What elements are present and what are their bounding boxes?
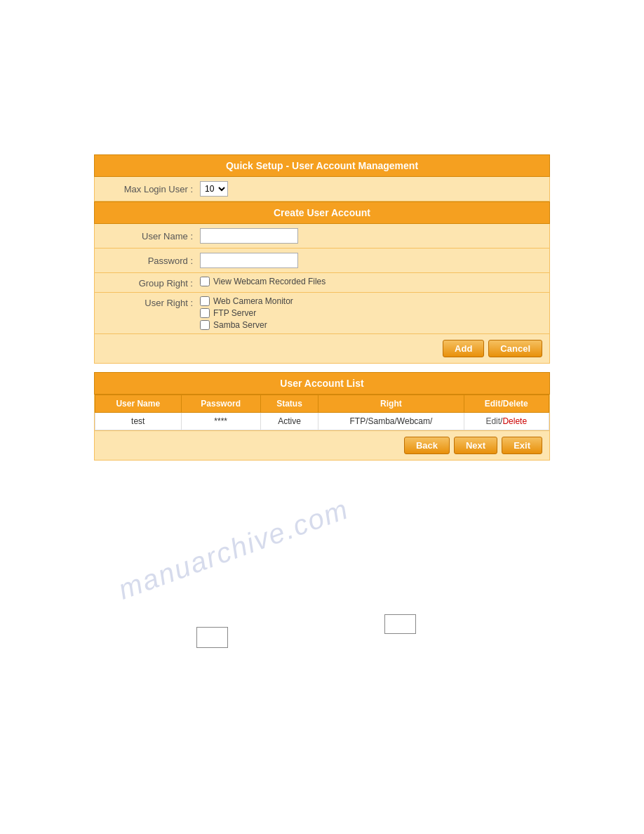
user-account-table-wrapper: User Name Password Status Right Edit/Del… [94,395,550,431]
cell-right: FTP/Samba/Webcam/ [318,413,464,430]
max-login-row: Max Login User : 1 2 5 10 20 [94,177,550,201]
group-right-row: Group Right : View Webcam Recorded Files [94,273,550,293]
table-row: test **** Active FTP/Samba/Webcam/ Edit/… [95,413,549,430]
group-right-options: View Webcam Recorded Files [200,277,326,286]
password-input[interactable] [200,253,298,268]
table-header-row: User Name Password Status Right Edit/Del… [95,395,549,413]
password-label: Password : [102,256,193,266]
next-button[interactable]: Next [454,437,497,454]
float-rect-2 [384,614,416,634]
user-right-option-3[interactable]: Samba Server [200,320,293,330]
float-rect-1 [196,627,228,648]
col-edit-delete: Edit/Delete [464,395,549,413]
group-right-option-label-1: View Webcam Recorded Files [213,277,326,286]
exit-button[interactable]: Exit [502,437,542,454]
user-right-option-2[interactable]: FTP Server [200,308,293,318]
add-button[interactable]: Add [443,340,484,357]
user-account-table: User Name Password Status Right Edit/Del… [95,395,549,430]
user-right-option-label-3: Samba Server [213,320,267,330]
group-right-option-1[interactable]: View Webcam Recorded Files [200,277,326,286]
delete-link[interactable]: Delete [502,416,527,426]
cell-username: test [95,413,182,430]
password-row: Password : [94,249,550,273]
cancel-button[interactable]: Cancel [488,340,542,357]
username-row: User Name : [94,224,550,249]
user-right-options: Web Camera Monitor FTP Server Samba Serv… [200,296,293,330]
user-account-list-title: User Account List [94,372,550,395]
user-right-option-label-2: FTP Server [213,308,256,318]
form-btn-row: Add Cancel [94,334,550,364]
group-right-checkbox-1[interactable] [200,277,210,286]
col-password: Password [181,395,260,413]
bottom-btn-row: Back Next Exit [94,431,550,461]
username-input[interactable] [200,228,298,244]
user-right-checkbox-3[interactable] [200,320,210,330]
col-right: Right [318,395,464,413]
back-button[interactable]: Back [404,437,450,454]
cell-edit-delete: Edit/Delete [464,413,549,430]
user-right-row: User Right : Web Camera Monitor FTP Serv… [94,293,550,334]
user-right-checkbox-2[interactable] [200,308,210,318]
col-username: User Name [95,395,182,413]
user-right-checkbox-1[interactable] [200,296,210,306]
max-login-label: Max Login User : [102,184,193,194]
edit-link[interactable]: Edit [485,416,500,426]
user-right-label: User Right : [102,296,193,308]
user-right-option-1[interactable]: Web Camera Monitor [200,296,293,306]
cell-status: Active [260,413,318,430]
max-login-select[interactable]: 1 2 5 10 20 [200,181,228,197]
username-label: User Name : [102,231,193,241]
col-status: Status [260,395,318,413]
user-right-option-label-1: Web Camera Monitor [213,296,293,306]
group-right-label: Group Right : [102,277,193,289]
cell-password: **** [181,413,260,430]
page-title: Quick Setup - User Account Management [94,154,550,177]
create-account-title: Create User Account [94,201,550,224]
